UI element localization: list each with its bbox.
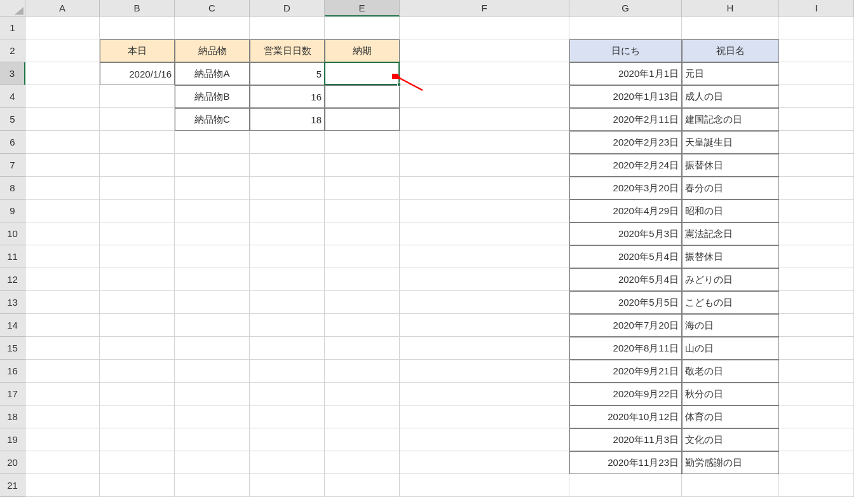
cell-G4[interactable]: 2020年1月13日 (569, 85, 682, 108)
cell-D20[interactable] (250, 451, 325, 474)
cell-H14[interactable]: 海の日 (682, 314, 779, 337)
cell-G19[interactable]: 2020年11月3日 (569, 428, 682, 451)
row-header-8[interactable]: 8 (0, 177, 25, 200)
cell-H16[interactable]: 敬老の日 (682, 360, 779, 383)
cell-E21[interactable] (325, 474, 400, 497)
cell-C9[interactable] (175, 200, 250, 222)
cell-D17[interactable] (250, 383, 325, 405)
cell-H6[interactable]: 天皇誕生日 (682, 131, 779, 154)
cell-I16[interactable] (779, 360, 854, 383)
cell-A12[interactable] (25, 268, 100, 291)
col-header-G[interactable]: G (569, 0, 682, 17)
row-header-7[interactable]: 7 (0, 154, 25, 177)
cell-C18[interactable] (175, 405, 250, 428)
row-header-14[interactable]: 14 (0, 314, 25, 337)
cell-A18[interactable] (25, 405, 100, 428)
cell-C6[interactable] (175, 131, 250, 154)
cell-H1[interactable] (682, 17, 779, 39)
cell-E16[interactable] (325, 360, 400, 383)
cell-D1[interactable] (250, 17, 325, 39)
cell-C20[interactable] (175, 451, 250, 474)
cell-C14[interactable] (175, 314, 250, 337)
fill-handle[interactable] (397, 83, 401, 86)
cell-E4[interactable] (325, 85, 400, 108)
cell-I14[interactable] (779, 314, 854, 337)
cell-G14[interactable]: 2020年7月20日 (569, 314, 682, 337)
cell-A4[interactable] (25, 85, 100, 108)
cell-B11[interactable] (100, 245, 175, 268)
cell-B9[interactable] (100, 200, 175, 222)
cell-C1[interactable] (175, 17, 250, 39)
cell-C3[interactable]: 納品物A (175, 62, 250, 85)
cell-I15[interactable] (779, 337, 854, 360)
cell-B15[interactable] (100, 337, 175, 360)
cell-C15[interactable] (175, 337, 250, 360)
cell-E5[interactable] (325, 108, 400, 131)
cell-E8[interactable] (325, 177, 400, 200)
cell-B6[interactable] (100, 131, 175, 154)
col-header-D[interactable]: D (250, 0, 325, 17)
cell-B10[interactable] (100, 222, 175, 245)
cell-D11[interactable] (250, 245, 325, 268)
col-header-A[interactable]: A (25, 0, 100, 17)
cell-F3[interactable] (400, 62, 569, 85)
cell-H12[interactable]: みどりの日 (682, 268, 779, 291)
cell-E13[interactable] (325, 291, 400, 314)
cell-G20[interactable]: 2020年11月23日 (569, 451, 682, 474)
cell-E1[interactable] (325, 17, 400, 39)
cell-B8[interactable] (100, 177, 175, 200)
cell-B17[interactable] (100, 383, 175, 405)
cell-G9[interactable]: 2020年4月29日 (569, 200, 682, 222)
cell-I12[interactable] (779, 268, 854, 291)
cell-I13[interactable] (779, 291, 854, 314)
cell-C4[interactable]: 納品物B (175, 85, 250, 108)
cell-D4[interactable]: 16 (250, 85, 325, 108)
col-header-I[interactable]: I (779, 0, 854, 17)
cell-C13[interactable] (175, 291, 250, 314)
cell-F9[interactable] (400, 200, 569, 222)
cell-D19[interactable] (250, 428, 325, 451)
cell-D16[interactable] (250, 360, 325, 383)
row-header-5[interactable]: 5 (0, 108, 25, 131)
cell-D15[interactable] (250, 337, 325, 360)
cell-A6[interactable] (25, 131, 100, 154)
row-header-3[interactable]: 3 (0, 62, 25, 85)
cell-B1[interactable] (100, 17, 175, 39)
cell-A9[interactable] (25, 200, 100, 222)
cell-G3[interactable]: 2020年1月1日 (569, 62, 682, 85)
cell-A7[interactable] (25, 154, 100, 177)
cell-D13[interactable] (250, 291, 325, 314)
cell-C5[interactable]: 納品物C (175, 108, 250, 131)
cell-F13[interactable] (400, 291, 569, 314)
cell-E9[interactable] (325, 200, 400, 222)
cell-I7[interactable] (779, 154, 854, 177)
cell-F12[interactable] (400, 268, 569, 291)
cell-I10[interactable] (779, 222, 854, 245)
cell-A1[interactable] (25, 17, 100, 39)
cell-D3[interactable]: 5 (250, 62, 325, 85)
cell-F16[interactable] (400, 360, 569, 383)
cell-D12[interactable] (250, 268, 325, 291)
cell-F18[interactable] (400, 405, 569, 428)
cell-E12[interactable] (325, 268, 400, 291)
cell-G10[interactable]: 2020年5月3日 (569, 222, 682, 245)
cell-F20[interactable] (400, 451, 569, 474)
cell-D7[interactable] (250, 154, 325, 177)
cell-B13[interactable] (100, 291, 175, 314)
cell-D6[interactable] (250, 131, 325, 154)
row-header-18[interactable]: 18 (0, 405, 25, 428)
cell-H11[interactable]: 振替休日 (682, 245, 779, 268)
col-header-B[interactable]: B (100, 0, 175, 17)
cell-C21[interactable] (175, 474, 250, 497)
cell-A16[interactable] (25, 360, 100, 383)
cell-H9[interactable]: 昭和の日 (682, 200, 779, 222)
cell-E2[interactable]: 納期 (325, 39, 400, 62)
cell-D9[interactable] (250, 200, 325, 222)
cell-H5[interactable]: 建国記念の日 (682, 108, 779, 131)
col-header-E[interactable]: E (325, 0, 400, 17)
cell-D10[interactable] (250, 222, 325, 245)
row-header-17[interactable]: 17 (0, 383, 25, 405)
cell-I1[interactable] (779, 17, 854, 39)
cell-I8[interactable] (779, 177, 854, 200)
row-header-21[interactable]: 21 (0, 474, 25, 497)
